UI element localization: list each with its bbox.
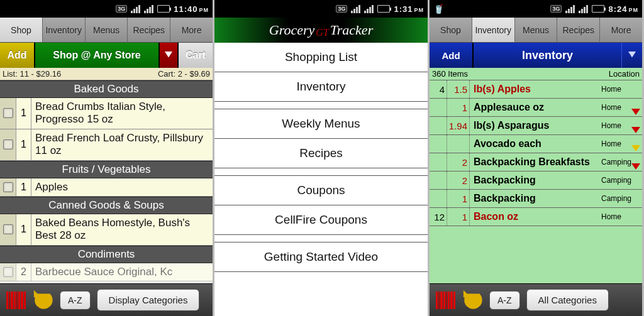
- sort-az-button[interactable]: A-Z: [60, 291, 91, 310]
- status-bar: 🥤 3G 8:24PM: [430, 0, 642, 18]
- barcode-icon[interactable]: [6, 291, 26, 309]
- status-bar: 3G 11:40PM: [0, 0, 213, 18]
- tab-menus[interactable]: Menus: [86, 18, 128, 43]
- need-qty: 1: [447, 208, 470, 226]
- list-item[interactable]: 1 Apples: [0, 178, 213, 197]
- item-name: Bread Crumbs Italian Style, Progresso 15…: [31, 98, 213, 129]
- all-categories-button[interactable]: All Categories: [526, 289, 609, 311]
- phone-main-menu: 3G 1:31PM Grocery GT Tracker Shopping Li…: [214, 0, 430, 316]
- bottom-toolbar: A-Z Display Categories: [0, 283, 213, 316]
- cart-button[interactable]: Cart: [177, 43, 213, 68]
- store-selector[interactable]: Shop @ Any Store: [35, 43, 160, 68]
- flag-icon: [631, 163, 640, 170]
- tabs-row: Shop Inventory Menus Recipes More: [0, 18, 213, 43]
- item-name: lb(s) Asparagus: [470, 117, 599, 134]
- menu-shopping-list[interactable]: Shopping List: [214, 43, 428, 72]
- add-button[interactable]: Add: [0, 43, 35, 68]
- checkbox[interactable]: [0, 98, 16, 129]
- location: Home: [599, 208, 642, 226]
- have-qty: [430, 153, 447, 171]
- inventory-dropdown-icon[interactable]: [622, 43, 642, 68]
- menu-recipes[interactable]: Recipes: [214, 139, 428, 168]
- item-name: Backpacking Breakfasts: [470, 153, 599, 171]
- table-row[interactable]: 1BackpackingCamping: [430, 190, 642, 208]
- sort-az-button[interactable]: A-Z: [489, 291, 520, 310]
- qty: 1: [16, 98, 31, 129]
- table-row[interactable]: 121Bacon ozHome: [430, 208, 642, 226]
- have-qty: [430, 190, 447, 207]
- menu-coupons[interactable]: Coupons: [214, 176, 428, 205]
- flag-icon: [631, 109, 640, 115]
- battery-icon: [592, 5, 604, 13]
- need-qty: 2: [447, 172, 470, 189]
- menu-inventory[interactable]: Inventory: [214, 72, 428, 102]
- item-name: Baked Beans Homestyle, Bush's Best 28 oz: [31, 214, 213, 245]
- location: Camping: [599, 190, 642, 207]
- list-item[interactable]: 1 Baked Beans Homestyle, Bush's Best 28 …: [0, 214, 213, 246]
- menu-divider: [214, 168, 428, 176]
- bottom-toolbar: A-Z All Categories: [430, 283, 642, 316]
- checkbox[interactable]: [0, 214, 16, 245]
- tab-recipes[interactable]: Recipes: [557, 18, 600, 43]
- wifi-icon: [579, 4, 588, 13]
- list-item[interactable]: 1 Bread Crumbs Italian Style, Progresso …: [0, 98, 213, 129]
- tab-recipes[interactable]: Recipes: [128, 18, 170, 43]
- category-canned[interactable]: Canned Goods & Soups: [0, 197, 213, 214]
- list-item[interactable]: 1 Bread French Loaf Crusty, Pillsbury 11…: [0, 129, 213, 161]
- action-row: Add Inventory: [430, 43, 642, 68]
- checkbox[interactable]: [0, 178, 16, 196]
- table-row[interactable]: 2BackpackingCamping: [430, 172, 642, 190]
- item-name: Avocado each: [470, 135, 599, 153]
- tab-inventory[interactable]: Inventory: [43, 18, 86, 43]
- have-qty: [430, 99, 447, 116]
- back-icon[interactable]: [462, 288, 483, 312]
- svg-marker-0: [165, 52, 172, 58]
- title-left: Grocery: [269, 22, 315, 38]
- notification-icon: 🥤: [433, 4, 444, 14]
- table-row[interactable]: 2Backpacking BreakfastsCamping: [430, 153, 642, 172]
- checkbox[interactable]: [0, 129, 16, 160]
- tab-shop[interactable]: Shop: [430, 18, 472, 43]
- tab-shop[interactable]: Shop: [0, 18, 43, 43]
- title-gt: GT: [314, 27, 330, 38]
- barcode-icon[interactable]: [436, 291, 455, 309]
- svg-marker-1: [628, 52, 636, 58]
- menu-cellfire[interactable]: CellFire Coupons: [214, 205, 428, 235]
- have-qty: [430, 135, 447, 153]
- location: Camping: [599, 172, 642, 189]
- display-categories-button[interactable]: Display Categories: [97, 289, 200, 311]
- qty: 1: [16, 214, 31, 245]
- add-button[interactable]: Add: [430, 43, 474, 68]
- item-name: Bacon oz: [470, 208, 599, 226]
- tab-menus[interactable]: Menus: [515, 18, 558, 43]
- phone-shopping-list: 3G 11:40PM Shop Inventory Menus Recipes …: [0, 0, 214, 316]
- app-title: Grocery GT Tracker: [214, 18, 428, 43]
- table-row[interactable]: Avocado eachHome: [430, 135, 642, 153]
- table-row[interactable]: 1.94lb(s) AsparagusHome: [430, 117, 642, 135]
- table-row[interactable]: 1Applesauce ozHome: [430, 99, 642, 117]
- menu-getting-started[interactable]: Getting Started Video: [214, 242, 428, 272]
- title-right: Tracker: [330, 22, 373, 38]
- location: Home: [599, 135, 642, 153]
- tab-more[interactable]: More: [600, 18, 642, 43]
- tabs-row: Shop Inventory Menus Recipes More: [430, 18, 642, 43]
- checkbox[interactable]: [0, 263, 16, 281]
- table-row[interactable]: 41.5lb(s) ApplesHome: [430, 80, 642, 99]
- category-baked-goods[interactable]: Baked Goods: [0, 80, 213, 98]
- store-dropdown-icon[interactable]: [160, 43, 177, 68]
- category-fruits[interactable]: Fruits / Vegetables: [0, 161, 213, 178]
- wifi-icon: [364, 4, 374, 13]
- tab-inventory[interactable]: Inventory: [472, 18, 515, 43]
- item-name: Backpacking: [470, 190, 599, 207]
- threeg-icon: 3G: [336, 5, 347, 13]
- need-qty: 1.94: [447, 117, 470, 134]
- location-header: Location: [609, 69, 640, 79]
- menu-weekly[interactable]: Weekly Menus: [214, 109, 428, 139]
- need-qty: 1: [447, 99, 470, 116]
- inventory-title[interactable]: Inventory: [474, 43, 622, 68]
- tab-more[interactable]: More: [170, 18, 213, 43]
- list-item[interactable]: 2 Barbecue Sauce Original, Kc: [0, 263, 213, 281]
- back-icon[interactable]: [32, 288, 53, 312]
- category-condiments[interactable]: Condiments: [0, 246, 213, 263]
- need-qty: 2: [447, 153, 470, 171]
